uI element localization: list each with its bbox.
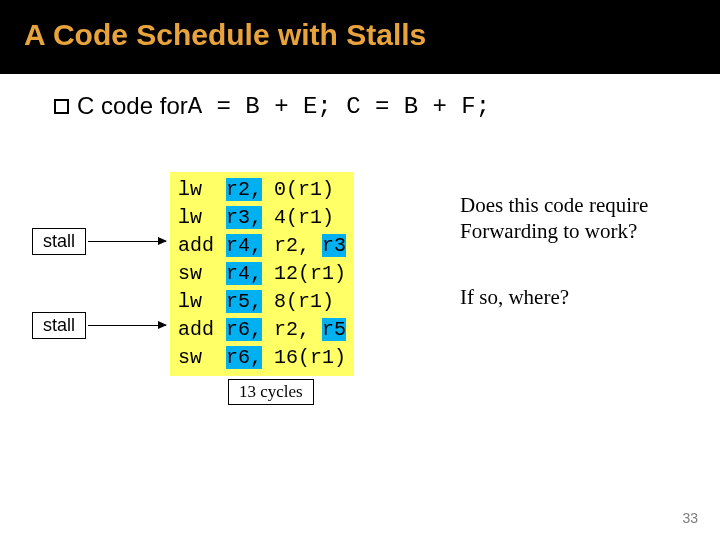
note-line: Does this code require	[460, 193, 648, 217]
code-line: lw r3, 4(r1)	[178, 206, 334, 229]
page-number: 33	[682, 510, 698, 526]
content-area: C code for A = B + E; C = B + F; stall s…	[0, 74, 720, 120]
code-line: add r6, r2, r5	[178, 318, 346, 341]
note-forwarding: Does this code require Forwarding to wor…	[460, 192, 648, 245]
code-line: sw r4, 12(r1)	[178, 262, 346, 285]
bullet-expression: A = B + E; C = B + F;	[188, 93, 490, 120]
stall-label-1: stall	[32, 228, 86, 255]
bullet-line: C code for A = B + E; C = B + F;	[54, 92, 720, 120]
code-line: lw r5, 8(r1)	[178, 290, 334, 313]
arrow-icon	[88, 241, 166, 242]
note-where: If so, where?	[460, 284, 569, 310]
code-line: lw r2, 0(r1)	[178, 178, 334, 201]
note-line: Forwarding to work?	[460, 219, 637, 243]
code-line: add r4, r2, r3	[178, 234, 346, 257]
stall-label-2: stall	[32, 312, 86, 339]
slide-title: A Code Schedule with Stalls	[24, 18, 696, 52]
bullet-square-icon	[54, 99, 69, 114]
code-line: sw r6, 16(r1)	[178, 346, 346, 369]
bullet-prefix: C code for	[77, 92, 188, 120]
arrow-icon	[88, 325, 166, 326]
title-bar: A Code Schedule with Stalls	[0, 0, 720, 74]
code-block: lw r2, 0(r1) lw r3, 4(r1) add r4, r2, r3…	[170, 172, 354, 376]
cycles-label: 13 cycles	[228, 379, 314, 405]
